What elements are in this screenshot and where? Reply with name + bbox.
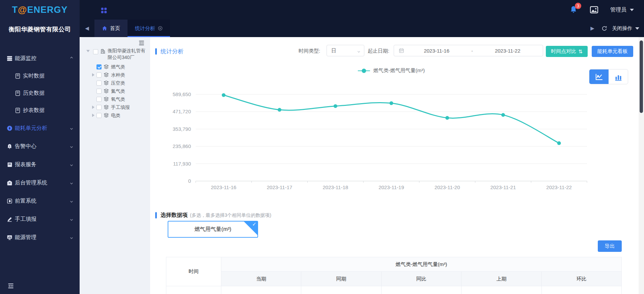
logo-t: T [12,5,18,15]
bolt-circle-icon [7,125,12,131]
logo-rest: ENERGY [27,5,67,15]
tree-node-氧气类[interactable]: 氧气类 [80,95,150,103]
tree-expand-icon[interactable] [92,114,94,117]
tree-node-label: 水种类 [111,71,125,78]
data-item-option-selected[interactable]: 燃气用气量(m³) ✓ [168,221,258,238]
sidebar-item-能源管理[interactable]: 能源管理 [0,228,80,246]
book-icon [15,108,21,113]
scrollbar-thumb[interactable] [640,40,643,113]
tab-statistics-active[interactable]: 统计分析 [128,20,170,37]
safe-icon [7,180,12,186]
tree-node-checkbox[interactable] [96,97,102,102]
tree-node-压空类[interactable]: 压空类 [80,79,150,87]
user-menu[interactable]: 管理员 [610,6,634,13]
sidebar-menu: 能源监控实时数据历史数据抄表数据能耗单元分析告警中心报表服务后台管理系统前置系统… [0,49,80,246]
selector-title-text: 选择数据项 [161,212,188,219]
x-axis-tick: 2023-11-21 [491,184,516,190]
table-sub-header-row: 当期同期同比上期环比 [221,272,621,286]
data-point-2023-11-17[interactable] [278,108,281,112]
check-icon: ✓ [252,221,256,227]
tree-node-checkbox[interactable] [96,89,102,94]
sidebar-item-能耗单元分析[interactable]: 能耗单元分析 [0,119,80,137]
data-point-2023-11-21[interactable] [501,113,505,117]
table-header-time: 时间 [166,257,221,286]
top-header: T@ENERGY 3 管理员 [0,0,644,20]
date-range-label: 起止日期: [368,48,389,54]
chevron-down-icon [630,9,634,11]
main-content: 统计分析 时间类型: 日 起止日期: 2023-11-16 - 2023-11-… [150,37,639,294]
tree-node-checkbox[interactable] [96,72,102,78]
date-start-value[interactable]: 2023-11-16 [406,48,467,54]
layers-icon [104,113,109,118]
layers-icon [104,88,109,94]
tab-home[interactable]: 首页 [94,20,128,37]
layers-icon [104,80,109,86]
sidebar-subitem-抄表数据[interactable]: 抄表数据 [0,102,80,119]
sidebar-subitem-历史数据[interactable]: 历史数据 [0,85,80,102]
layers-icon [104,105,109,110]
export-button[interactable]: 导出 [598,240,622,252]
sidebar-item-告警中心[interactable]: 告警中心 [0,137,80,155]
table-sub-header-上期: 上期 [461,272,541,286]
picture-icon[interactable] [589,5,599,14]
sidebar-item-手工填报[interactable]: 手工填报 [0,210,80,228]
tree-node-氮气类[interactable]: 氮气类 [80,87,150,95]
tree-node-checkbox[interactable] [96,81,102,86]
sidebar-item-前置系统[interactable]: 前置系统 [0,192,80,210]
tree-node-checkbox[interactable] [96,105,102,110]
notification-bell-icon[interactable]: 3 [569,5,578,14]
x-axis-tick: 2023-11-17 [267,184,292,190]
tree-expand-icon[interactable] [86,50,90,52]
sidebar-item-后台管理系统[interactable]: 后台管理系统 [0,174,80,192]
tree-collapse-icon[interactable] [138,40,145,46]
sidebar-collapse-icon[interactable] [7,283,14,289]
tree-expand-icon[interactable] [92,106,94,109]
notification-badge: 3 [575,3,581,9]
data-table: 时间 燃气类-燃气用气量(m³) 当期同期同比上期环比 [166,257,622,294]
tree-node-燃气类[interactable]: 燃气类 [80,63,150,71]
tree-node-水种类[interactable]: 水种类 [80,71,150,79]
data-point-2023-11-20[interactable] [445,116,449,120]
tree-expand-icon[interactable] [92,73,94,77]
data-point-2023-11-16[interactable] [222,93,225,97]
table-sub-header-环比: 环比 [542,272,621,286]
refresh-icon[interactable] [601,26,607,31]
layers-icon [104,64,109,69]
data-point-2023-11-19[interactable] [390,101,393,105]
sidebar-item-label: 后台管理系统 [15,179,47,186]
date-range-input[interactable]: 2023-11-16 - 2023-11-22 [394,45,543,56]
selector-hint-text: (多选，最多选择3个相同单位的数据项) [190,212,271,218]
vertical-scrollbar[interactable] [639,37,644,294]
sidebar-item-label: 告警中心 [15,143,36,150]
tabs-scroll-right-icon[interactable]: ▶ [588,25,597,31]
tree-node-手工填报[interactable]: 手工填报 [80,103,150,111]
tree-root-node[interactable]: 衡阳华菱连轧管有限公司340厂 [80,47,150,62]
apps-grid-icon[interactable] [101,7,107,14]
data-point-2023-11-22[interactable] [557,141,561,145]
time-type-select[interactable]: 日 [327,45,364,56]
sidebar-subitem-实时数据[interactable]: 实时数据 [0,67,80,85]
table-body-time-cell [166,286,221,294]
tab-close-icon[interactable] [158,26,163,31]
table-sub-header-当期: 当期 [221,272,301,286]
chevron-down-icon [69,56,74,60]
chart-legend[interactable]: 燃气类-燃气用气量(m³) [358,67,425,74]
tree-node-checkbox[interactable] [96,113,102,118]
time-compare-button[interactable]: 时间点对比 ⇅ [546,46,588,57]
sidebar-item-label: 能源监控 [15,55,36,62]
data-point-2023-11-18[interactable] [334,104,337,108]
tree-node-电类[interactable]: 电类 [80,111,150,119]
close-operations-dropdown[interactable]: 关闭操作 [612,25,639,32]
sidebar-item-报表服务[interactable]: 报表服务 [0,155,80,174]
y-axis-tick: 0 [188,178,191,184]
tree-root-checkbox[interactable] [93,49,98,54]
data-item-option-label: 燃气用气量(m³) [194,226,231,233]
energy-unit-board-button[interactable]: 能耗单元看板 [592,46,633,57]
book-icon [15,90,21,96]
table-group-header: 燃气类-燃气用气量(m³) [221,257,621,272]
tabs-scroll-left-icon[interactable]: ◀ [80,20,94,37]
date-end-value[interactable]: 2023-11-22 [477,48,538,54]
tab-bar: ◀ 首页 统计分析 ▶ 关闭操作 [80,20,644,37]
tree-node-checkbox[interactable] [96,64,102,69]
sidebar-item-能源监控[interactable]: 能源监控 [0,49,80,67]
